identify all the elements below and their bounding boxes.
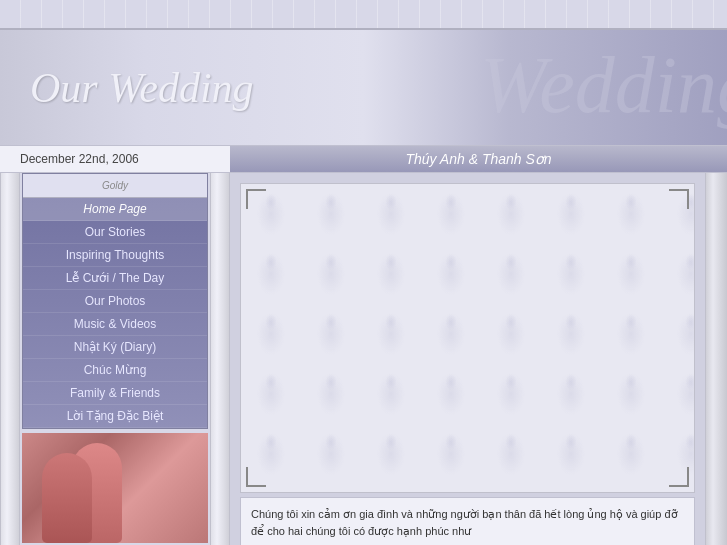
corner-top-right: [669, 189, 689, 209]
content-image: [240, 183, 695, 493]
date-bar: December 22nd, 2006 Thúy Anh & Thanh Sơn: [0, 145, 727, 173]
nav-item-home[interactable]: Home Page: [23, 198, 207, 221]
sidebar: Goldy Home Page Our Stories Inspiring Th…: [0, 173, 230, 545]
header: Our Wedding Wedding: [0, 30, 727, 145]
nav-item-inspiring[interactable]: Inspiring Thoughts: [23, 244, 207, 267]
couple-name: Thúy Anh & Thanh Sơn: [405, 151, 551, 167]
photo-placeholder: [22, 433, 208, 543]
site-title: Our Wedding: [0, 64, 254, 112]
sidebar-photo: [22, 433, 208, 543]
top-border: [0, 0, 727, 30]
person-silhouette-1: [42, 453, 92, 543]
content-area: Chúng tôi xin cảm ơn gia đình và những n…: [230, 173, 705, 545]
main-layout: Goldy Home Page Our Stories Inspiring Th…: [0, 173, 727, 545]
content-text: Chúng tôi xin cảm ơn gia đình và những n…: [240, 497, 695, 545]
nav-item-stories[interactable]: Our Stories: [23, 221, 207, 244]
nav-item-family[interactable]: Family & Friends: [23, 382, 207, 405]
pillar-left: [0, 173, 20, 545]
nav-item-music[interactable]: Music & Videos: [23, 313, 207, 336]
header-watermark: Wedding: [480, 40, 727, 131]
corner-top-left: [246, 189, 266, 209]
nav-item-photos[interactable]: Our Photos: [23, 290, 207, 313]
pillar-right: [210, 173, 230, 545]
nav-logo: Goldy: [23, 174, 207, 198]
couple-name-bar: Thúy Anh & Thanh Sơn: [230, 146, 727, 172]
date-text: December 22nd, 2006: [0, 152, 230, 166]
corner-bottom-right: [669, 467, 689, 487]
nav-item-diary[interactable]: Nhật Ký (Diary): [23, 336, 207, 359]
corner-bottom-left: [246, 467, 266, 487]
nav-area: Goldy Home Page Our Stories Inspiring Th…: [22, 173, 208, 429]
nav-item-chuc-mung[interactable]: Chúc Mừng: [23, 359, 207, 382]
nav-item-le-cuoi[interactable]: Lễ Cưới / The Day: [23, 267, 207, 290]
right-pillar: [705, 173, 727, 545]
nav-item-loi-tang[interactable]: Lời Tặng Đặc Biệt: [23, 405, 207, 428]
